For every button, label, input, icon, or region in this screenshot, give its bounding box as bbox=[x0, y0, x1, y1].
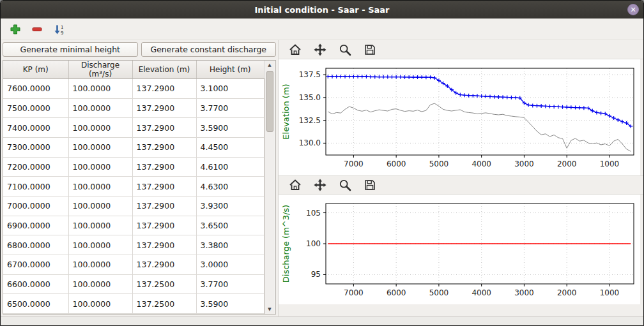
elevation-chart[interactable]: 7000600050004000300020001000137.5135.013… bbox=[279, 59, 640, 175]
svg-text:9: 9 bbox=[61, 30, 63, 35]
table-row[interactable]: 6900.0000100.0000137.29003.6500 bbox=[3, 216, 264, 235]
table-cell[interactable]: 137.2900 bbox=[132, 98, 196, 118]
table-row[interactable]: 7100.0000100.0000137.29004.6300 bbox=[3, 177, 264, 196]
svg-text:6000: 6000 bbox=[387, 159, 406, 168]
remove-icon bbox=[31, 24, 43, 35]
table-row[interactable]: 6800.0000100.0000137.29003.3800 bbox=[3, 235, 264, 255]
table-cell[interactable]: 100.0000 bbox=[68, 98, 132, 118]
sort-button[interactable]: 1 9 bbox=[50, 21, 67, 38]
remove-row-button[interactable] bbox=[29, 21, 45, 38]
table-cell[interactable]: 6600.0000 bbox=[3, 274, 68, 294]
table-cell[interactable]: 6700.0000 bbox=[3, 255, 68, 274]
close-button[interactable]: ✕ bbox=[627, 4, 639, 15]
svg-text:95: 95 bbox=[311, 270, 321, 279]
scroll-up-arrow[interactable]: ▲ bbox=[265, 61, 275, 70]
home-icon bbox=[289, 179, 302, 191]
table-cell[interactable]: 3.7700 bbox=[196, 274, 264, 294]
table-row[interactable]: 6500.0000100.0000137.25003.5900 bbox=[3, 294, 264, 314]
svg-text:Elevation (m): Elevation (m) bbox=[281, 84, 291, 139]
table-cell[interactable]: 6500.0000 bbox=[3, 294, 68, 314]
column-header-elevation[interactable]: Elevation (m) bbox=[132, 61, 196, 79]
table-body: 7600.0000100.0000137.29003.10007500.0000… bbox=[3, 79, 264, 314]
table-cell[interactable]: 137.2900 bbox=[132, 79, 196, 99]
svg-text:137.5: 137.5 bbox=[299, 70, 321, 79]
svg-text:100: 100 bbox=[306, 239, 321, 248]
table-row[interactable]: 7500.0000100.0000137.29003.7700 bbox=[3, 98, 264, 118]
table-cell[interactable]: 100.0000 bbox=[68, 79, 132, 99]
table-cell[interactable]: 137.2500 bbox=[132, 274, 196, 294]
svg-text:5000: 5000 bbox=[429, 288, 449, 297]
table-cell[interactable]: 137.2900 bbox=[132, 177, 196, 196]
table-row[interactable]: 7200.0000100.0000137.29004.6100 bbox=[3, 157, 264, 177]
scroll-track[interactable] bbox=[265, 70, 275, 305]
save-button[interactable] bbox=[361, 41, 379, 58]
table-cell[interactable]: 137.2900 bbox=[132, 196, 196, 216]
zoom-button[interactable] bbox=[336, 177, 354, 193]
titlebar[interactable]: Initial condition - Saar - Saar ✕ bbox=[1, 1, 643, 19]
table-row[interactable]: 6700.0000100.0000137.29003.0000 bbox=[3, 255, 264, 274]
table-row[interactable]: 7000.0000100.0000137.29003.9300 bbox=[3, 196, 264, 216]
save-button[interactable] bbox=[361, 177, 379, 193]
svg-text:3000: 3000 bbox=[514, 288, 534, 297]
table-cell[interactable]: 7200.0000 bbox=[3, 157, 68, 177]
column-header-discharge[interactable]: Discharge (m³/s) bbox=[68, 61, 132, 79]
table-cell[interactable]: 137.2900 bbox=[132, 157, 196, 177]
table-row[interactable]: 7300.0000100.0000137.29004.4500 bbox=[3, 137, 264, 157]
table-cell[interactable]: 4.4500 bbox=[196, 137, 264, 157]
zoom-icon bbox=[339, 43, 351, 56]
table-cell[interactable]: 100.0000 bbox=[68, 177, 132, 196]
pan-button[interactable] bbox=[311, 177, 329, 193]
table-cell[interactable]: 3.5900 bbox=[196, 294, 264, 314]
table-cell[interactable]: 7000.0000 bbox=[3, 196, 68, 216]
table-cell[interactable]: 7600.0000 bbox=[3, 79, 68, 99]
home-button[interactable] bbox=[286, 41, 304, 58]
table-cell[interactable]: 3.3800 bbox=[196, 235, 264, 255]
column-header-height[interactable]: Height (m) bbox=[196, 61, 264, 79]
table-row[interactable]: 7600.0000100.0000137.29003.1000 bbox=[3, 79, 264, 99]
table-cell[interactable]: 3.0000 bbox=[196, 255, 264, 274]
home-button[interactable] bbox=[286, 177, 304, 193]
table-row[interactable]: 7400.0000100.0000137.29003.5900 bbox=[3, 118, 264, 138]
add-row-button[interactable] bbox=[7, 21, 24, 38]
table-cell[interactable]: 3.9300 bbox=[196, 196, 264, 216]
table-cell[interactable]: 4.6300 bbox=[196, 177, 264, 196]
table-cell[interactable]: 100.0000 bbox=[68, 255, 132, 274]
table-cell[interactable]: 100.0000 bbox=[68, 216, 132, 235]
home-icon bbox=[289, 43, 302, 56]
zoom-button[interactable] bbox=[336, 41, 354, 58]
svg-text:2000: 2000 bbox=[557, 159, 577, 168]
table-cell[interactable]: 137.2500 bbox=[132, 294, 196, 314]
table-cell[interactable]: 7400.0000 bbox=[3, 118, 68, 138]
table-cell[interactable]: 3.1000 bbox=[196, 79, 264, 99]
table-cell[interactable]: 100.0000 bbox=[68, 235, 132, 255]
generate-constant-discharge-button[interactable]: Generate constant discharge bbox=[141, 42, 277, 57]
table-cell[interactable]: 100.0000 bbox=[68, 157, 132, 177]
pan-button[interactable] bbox=[311, 41, 329, 58]
table-cell[interactable]: 3.7700 bbox=[196, 98, 264, 118]
table-cell[interactable]: 100.0000 bbox=[68, 118, 132, 138]
scroll-down-arrow[interactable]: ▼ bbox=[265, 305, 275, 314]
table-cell[interactable]: 137.2900 bbox=[132, 235, 196, 255]
discharge-chart[interactable]: 700060005000400030002000100010510095Disc… bbox=[279, 195, 640, 304]
table-cell[interactable]: 137.2900 bbox=[132, 255, 196, 274]
scroll-thumb[interactable] bbox=[266, 71, 273, 132]
table-cell[interactable]: 7100.0000 bbox=[3, 177, 68, 196]
table-cell[interactable]: 137.2900 bbox=[132, 216, 196, 235]
table-cell[interactable]: 100.0000 bbox=[68, 274, 132, 294]
table-cell[interactable]: 100.0000 bbox=[68, 196, 132, 216]
table-cell[interactable]: 137.2900 bbox=[132, 118, 196, 138]
table-cell[interactable]: 100.0000 bbox=[68, 137, 132, 157]
table-cell[interactable]: 4.6100 bbox=[196, 157, 264, 177]
table-cell[interactable]: 3.5900 bbox=[196, 118, 264, 138]
table-cell[interactable]: 137.2900 bbox=[132, 137, 196, 157]
table-cell[interactable]: 6900.0000 bbox=[3, 216, 68, 235]
table-cell[interactable]: 100.0000 bbox=[68, 294, 132, 314]
table-cell[interactable]: 7300.0000 bbox=[3, 137, 68, 157]
generate-minimal-height-button[interactable]: Generate minimal height bbox=[3, 42, 138, 57]
table-cell[interactable]: 7500.0000 bbox=[3, 98, 68, 118]
table-cell[interactable]: 3.6500 bbox=[196, 216, 264, 235]
table-row[interactable]: 6600.0000100.0000137.25003.7700 bbox=[3, 274, 264, 294]
vertical-scrollbar[interactable]: ▲ ▼ bbox=[264, 61, 275, 314]
table-cell[interactable]: 6800.0000 bbox=[3, 235, 68, 255]
column-header-kp[interactable]: KP (m) bbox=[3, 61, 68, 79]
